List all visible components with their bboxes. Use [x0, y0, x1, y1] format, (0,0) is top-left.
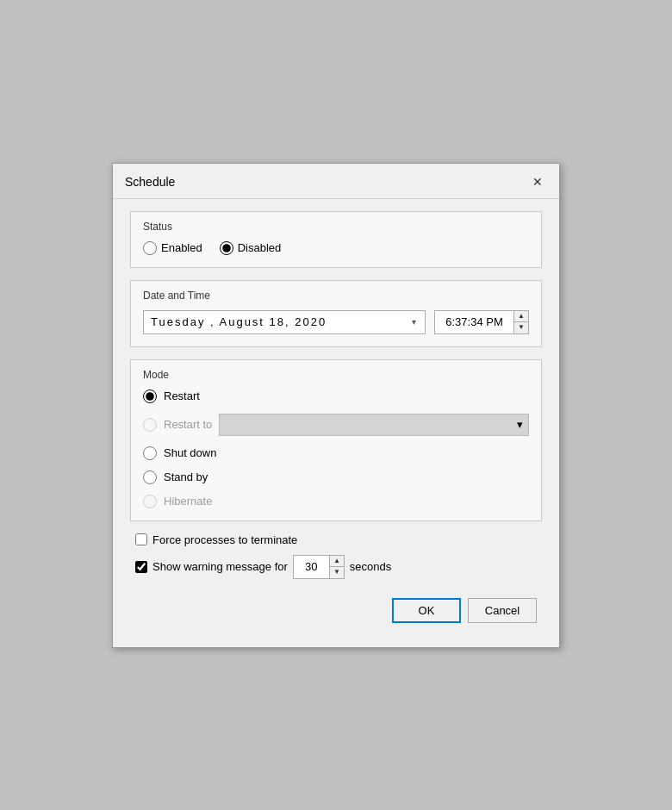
button-row: OK Cancel [130, 591, 542, 635]
chevron-down-icon: ▾ [517, 418, 523, 431]
warning-increment-button[interactable]: ▲ [330, 556, 344, 568]
disabled-label[interactable]: Disabled [238, 241, 282, 254]
dialog-title: Schedule [125, 175, 175, 189]
warning-seconds-spinner: 30 ▲ ▼ [293, 555, 345, 579]
shutdown-row: Shut down [143, 446, 529, 460]
time-spinner-buttons: ▲ ▼ [513, 311, 528, 333]
hibernate-label[interactable]: Hibernate [164, 495, 212, 508]
standby-label[interactable]: Stand by [164, 470, 208, 483]
footer-options: Force processes to terminate Show warnin… [130, 533, 542, 579]
restart-to-dropdown[interactable]: ▾ [219, 414, 529, 436]
date-value: Tuesday , August 18, 2020 [151, 315, 327, 328]
force-terminate-row: Force processes to terminate [135, 533, 537, 546]
standby-row: Stand by [143, 470, 529, 484]
enabled-label[interactable]: Enabled [161, 241, 202, 254]
schedule-dialog: Schedule ✕ Status Enabled Disabled Date … [112, 163, 560, 648]
force-terminate-checkbox[interactable] [135, 533, 147, 545]
restart-row: Restart [143, 389, 529, 403]
warning-seconds-value[interactable]: 30 [294, 557, 329, 576]
standby-radio[interactable] [143, 470, 157, 484]
restart-to-label[interactable]: Restart to [164, 418, 212, 431]
restart-to-row: Restart to ▾ [143, 414, 529, 436]
shutdown-label[interactable]: Shut down [164, 446, 216, 459]
shutdown-radio[interactable] [143, 446, 157, 460]
time-spinner: 6:37:34 PM ▲ ▼ [434, 310, 529, 334]
hibernate-row: Hibernate [143, 495, 529, 508]
datetime-label: Date and Time [143, 290, 529, 302]
cancel-button[interactable]: Cancel [468, 598, 537, 623]
mode-label: Mode [143, 369, 529, 381]
warning-row: Show warning message for 30 ▲ ▼ seconds [135, 555, 537, 579]
show-warning-checkbox[interactable] [135, 561, 147, 573]
warning-label[interactable]: Show warning message for [152, 560, 288, 573]
force-terminate-label[interactable]: Force processes to terminate [152, 533, 297, 546]
status-radio-group: Enabled Disabled [143, 241, 529, 255]
restart-label[interactable]: Restart [164, 389, 200, 402]
enabled-radio[interactable] [143, 241, 157, 255]
status-label: Status [143, 221, 529, 233]
time-value[interactable]: 6:37:34 PM [435, 312, 513, 332]
hibernate-radio[interactable] [143, 495, 157, 508]
status-section: Status Enabled Disabled [130, 211, 542, 268]
restart-to-radio[interactable] [143, 418, 157, 432]
datetime-section: Date and Time Tuesday , August 18, 2020 … [130, 280, 542, 347]
close-button[interactable]: ✕ [528, 172, 547, 191]
restart-radio[interactable] [143, 389, 157, 403]
dialog-body: Status Enabled Disabled Date and Time Tu… [113, 199, 559, 647]
mode-section: Mode Restart Restart to ▾ [130, 359, 542, 521]
chevron-down-icon: ▾ [412, 317, 418, 327]
enabled-radio-item[interactable]: Enabled [143, 241, 202, 255]
time-decrement-button[interactable]: ▼ [514, 322, 528, 333]
time-increment-button[interactable]: ▲ [514, 311, 528, 323]
disabled-radio[interactable] [220, 241, 233, 255]
disabled-radio-item[interactable]: Disabled [220, 241, 282, 255]
date-dropdown[interactable]: Tuesday , August 18, 2020 ▾ [143, 310, 426, 334]
datetime-row: Tuesday , August 18, 2020 ▾ 6:37:34 PM ▲… [143, 310, 529, 334]
warning-decrement-button[interactable]: ▼ [330, 567, 344, 578]
seconds-label: seconds [350, 560, 391, 573]
mode-options: Restart Restart to ▾ Shut down [143, 389, 529, 508]
ok-button[interactable]: OK [392, 598, 461, 623]
title-bar: Schedule ✕ [113, 164, 559, 199]
warning-seconds-buttons: ▲ ▼ [329, 556, 344, 578]
